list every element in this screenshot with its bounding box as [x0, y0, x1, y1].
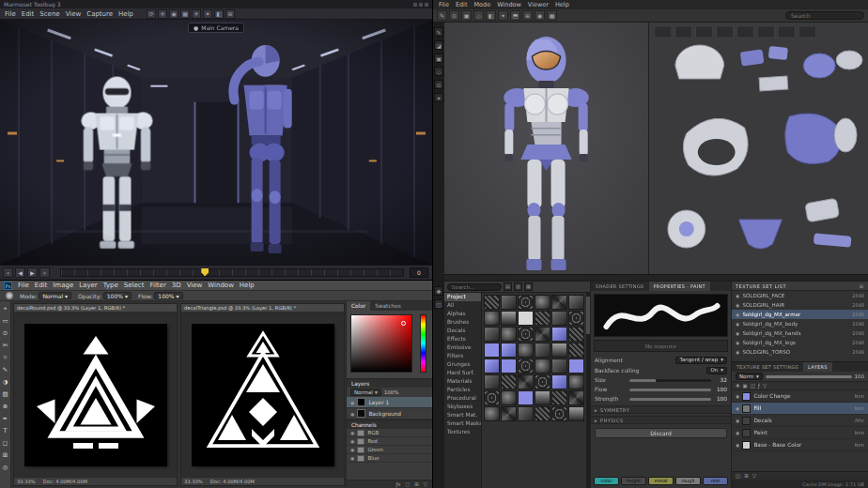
shelf-thumbnail[interactable]: [518, 343, 534, 358]
layer-action-icon[interactable]: ▽: [763, 383, 767, 389]
visibility-icon[interactable]: ◉: [736, 430, 739, 435]
shelf-thumbnail[interactable]: [568, 343, 584, 358]
shelf-thumbnail[interactable]: [518, 311, 534, 326]
shelf-category[interactable]: Smart Mat.: [444, 411, 481, 419]
hue-slider[interactable]: [420, 314, 426, 373]
shelf-category[interactable]: Textures: [444, 428, 481, 436]
property-slider[interactable]: Size 32: [591, 375, 731, 385]
menu-item[interactable]: Window: [208, 282, 234, 289]
toolbag-viewport[interactable]: ● Main Camera: [0, 20, 432, 265]
zoom-level[interactable]: 33.33%: [17, 479, 36, 484]
shelf-thumbnail[interactable]: [551, 406, 567, 421]
toolbar-icon[interactable]: ▣: [461, 10, 472, 21]
flow-select[interactable]: 100%▾: [154, 292, 182, 299]
visibility-icon[interactable]: ◉: [736, 312, 739, 317]
visibility-icon[interactable]: ◉: [350, 430, 354, 435]
property-slider[interactable]: Flow 100: [591, 385, 731, 394]
section-header[interactable]: ▸ SYMMETRY: [591, 405, 731, 414]
layer-row[interactable]: ◉ Background: [347, 408, 432, 419]
toolbar-icon[interactable]: ☀: [192, 9, 201, 19]
toolbar-icon[interactable]: ◇: [473, 10, 484, 21]
tool-icon[interactable]: ◻: [0, 437, 10, 449]
layer-action-icon[interactable]: ✚: [736, 383, 740, 389]
layers-panel-tab[interactable]: LAYERS: [803, 362, 832, 372]
shelf-thumbnail[interactable]: [501, 406, 517, 421]
toolbar-icon[interactable]: ✛: [158, 9, 167, 19]
layer-row[interactable]: ◉ Decals Pthr: [732, 415, 868, 427]
layer-action-icon[interactable]: ▣: [743, 383, 748, 389]
document-title[interactable]: decalTriangle.psd @ 33.3% (Layer 1, RGB/…: [181, 304, 344, 313]
channel-row[interactable]: ◉ RGB: [347, 429, 432, 437]
slider-track[interactable]: [629, 398, 711, 401]
transport-button[interactable]: »: [39, 267, 50, 278]
tool-icon[interactable]: ◑: [0, 376, 10, 388]
layer-row[interactable]: ◉ Layer 1: [347, 397, 432, 408]
shelf-thumbnail[interactable]: [551, 295, 567, 310]
menu-item[interactable]: Window: [497, 1, 521, 8]
shelf-thumbnail[interactable]: [535, 390, 550, 405]
paint-tool-icon[interactable]: ▣: [434, 53, 443, 63]
shelf-thumbnail[interactable]: [484, 343, 500, 358]
layer-opacity[interactable]: 100%: [384, 389, 399, 395]
slider-track[interactable]: [629, 379, 711, 382]
shelf-category[interactable]: Decals: [444, 327, 481, 335]
paint-tool-icon[interactable]: ⊙: [434, 80, 443, 89]
menu-item[interactable]: View: [66, 10, 82, 18]
texture-set-row[interactable]: ◉ SOLDGIRL_TORSO 2048: [732, 347, 868, 357]
search-input[interactable]: [785, 11, 864, 20]
shelf-thumbnail[interactable]: [501, 327, 517, 342]
opacity-select[interactable]: 100%▾: [103, 292, 132, 299]
shelf-thumbnail[interactable]: [551, 343, 567, 358]
shelf-thumbnail[interactable]: [501, 390, 517, 405]
shelf-thumbnail[interactable]: [484, 327, 500, 342]
shelf-thumbnail[interactable]: [484, 406, 500, 421]
visibility-icon[interactable]: ◉: [350, 438, 354, 444]
channels-panel-tab[interactable]: Channels: [347, 419, 432, 429]
menu-item[interactable]: Image: [53, 282, 73, 289]
channel-chip[interactable]: metal: [648, 477, 674, 485]
shelf-thumbnail[interactable]: [551, 358, 567, 374]
channel-row[interactable]: ◉ Green: [347, 446, 432, 454]
brush-stroke-preview[interactable]: [594, 294, 728, 337]
property-slider[interactable]: Strength 100: [591, 394, 731, 404]
shelf-thumbnail[interactable]: [568, 327, 584, 342]
shelf-thumbnail[interactable]: [484, 374, 500, 389]
blend-mode-select[interactable]: Normal▾: [350, 389, 381, 396]
shelf-category[interactable]: Filters: [444, 352, 481, 360]
visibility-icon[interactable]: ◉: [736, 321, 739, 327]
visibility-icon[interactable]: ◉: [736, 418, 739, 423]
menu-item[interactable]: 3D: [172, 282, 181, 289]
document-window-2[interactable]: decalTriangle.psd @ 33.3% (Layer 1, RGB/…: [180, 303, 345, 486]
channel-row[interactable]: ◉ Red: [347, 437, 432, 446]
menu-item[interactable]: Layer: [79, 282, 98, 289]
visibility-icon[interactable]: ◉: [736, 349, 739, 355]
new-layer-icon[interactable]: ⊞: [414, 481, 419, 487]
layer-row[interactable]: ◉ Base - Base Color Nrm: [732, 439, 868, 451]
transport-button[interactable]: «: [3, 267, 13, 278]
zoom-level[interactable]: 33.33%: [184, 479, 203, 484]
texture-set-row[interactable]: ◉ SOLDGIRL_FACE 2048: [732, 291, 868, 300]
shelf-category[interactable]: Effects: [444, 335, 481, 343]
shelf-view-icon[interactable]: ▤: [504, 282, 512, 291]
shelf-thumbnail[interactable]: [551, 311, 567, 326]
tool-icon[interactable]: ⊙: [0, 328, 10, 339]
document-title[interactable]: decalRound.psd @ 33.3% (Layer 1, RGB/8) …: [14, 304, 177, 313]
channel-chip[interactable]: color: [594, 477, 619, 485]
toolbar-icon[interactable]: ◧: [486, 10, 496, 21]
menu-item[interactable]: Edit: [456, 1, 468, 8]
menu-item[interactable]: Help: [240, 282, 255, 289]
menu-item[interactable]: Edit: [35, 282, 48, 289]
shelf-thumbnail[interactable]: [535, 295, 550, 310]
texture-set-row[interactable]: ◉ SOLDGIRL_HAIR 2048: [732, 300, 868, 310]
shelf-category[interactable]: Brushes: [444, 318, 481, 327]
frame-field[interactable]: 0: [410, 267, 428, 278]
channel-chip[interactable]: rough: [675, 477, 701, 485]
toolbar-icon[interactable]: ◉: [535, 10, 545, 21]
mask-icon[interactable]: ◻: [406, 481, 411, 487]
material-slot[interactable]: No resource: [594, 340, 728, 352]
texture-set-row[interactable]: ◉ Soldgirl_dg_MX_hands 2048: [732, 328, 868, 338]
shelf-thumbnail[interactable]: [535, 374, 550, 389]
shelf-thumbnail[interactable]: [501, 343, 517, 358]
shelf-search-input[interactable]: [447, 283, 502, 291]
tool-icon[interactable]: ▨: [0, 389, 10, 400]
